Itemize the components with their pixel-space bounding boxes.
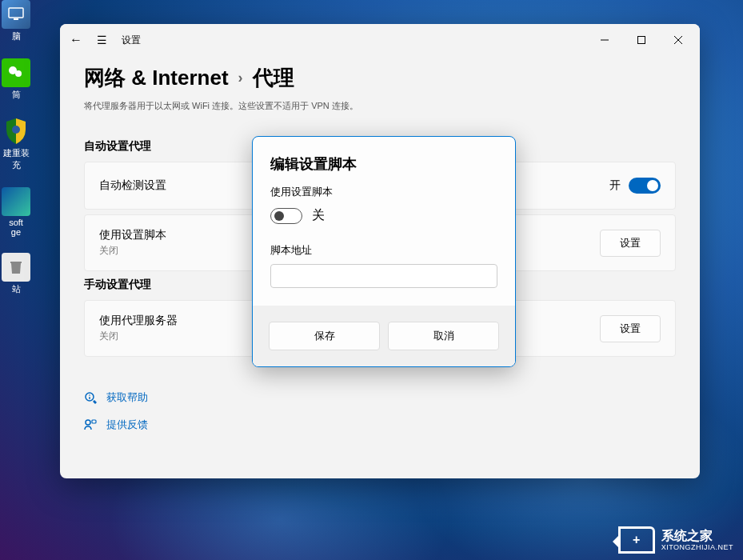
back-button[interactable]: ← (70, 33, 82, 47)
svg-point-4 (12, 126, 20, 134)
desktop-icon-label: 建重装 充 (3, 147, 30, 171)
watermark-logo-icon: + (618, 526, 655, 554)
setup-script-button[interactable]: 设置 (600, 230, 661, 257)
get-help-link[interactable]: 获取帮助 (84, 390, 676, 405)
window-title: 设置 (122, 34, 141, 47)
hamburger-menu-icon[interactable]: ☰ (97, 34, 107, 46)
svg-point-3 (15, 70, 22, 77)
minimize-button[interactable] (586, 24, 623, 56)
svg-rect-14 (92, 420, 96, 423)
desktop-icon-recyclebin[interactable]: 站 (0, 253, 32, 295)
desktop-icon-label: 筒 (12, 89, 21, 101)
script-address-input[interactable] (270, 264, 497, 288)
auto-detect-toggle[interactable] (629, 178, 661, 194)
chevron-right-icon: › (238, 70, 243, 86)
dialog-toggle-label: 使用设置脚本 (270, 185, 497, 199)
svg-rect-7 (638, 37, 645, 44)
link-label: 获取帮助 (106, 390, 148, 405)
settings-window: ← ☰ 设置 网络 & Internet › 代理 将代理服务器用于以太网或 W… (60, 24, 700, 478)
toggle-state-text: 关 (312, 207, 325, 224)
script-address-label: 脚本地址 (270, 243, 497, 258)
link-label: 提供反馈 (106, 418, 148, 432)
feedback-icon (84, 418, 97, 431)
use-script-toggle[interactable] (270, 208, 302, 224)
desktop-icon-wechat[interactable]: 筒 (0, 58, 32, 101)
page-description: 将代理服务器用于以太网或 WiFi 连接。这些设置不适用于 VPN 连接。 (60, 100, 700, 120)
toggle-state-label: 开 (609, 178, 621, 193)
desktop-icon-label: 站 (12, 283, 21, 295)
svg-rect-0 (9, 8, 23, 18)
desktop-icon-label: 脑 (12, 30, 21, 42)
feedback-link[interactable]: 提供反馈 (84, 418, 676, 432)
desktop-icon-shield[interactable]: 建重装 充 (0, 117, 32, 171)
svg-rect-1 (14, 18, 18, 20)
save-button[interactable]: 保存 (269, 322, 380, 350)
watermark-title: 系统之家 (661, 528, 733, 543)
breadcrumb: 网络 & Internet › 代理 (60, 56, 700, 100)
edit-script-dialog: 编辑设置脚本 使用设置脚本 关 脚本地址 保存 取消 (252, 136, 516, 367)
maximize-button[interactable] (623, 24, 660, 56)
svg-point-13 (86, 420, 90, 425)
desktop-icons-column: 脑 筒 建重装 充 soft ge 站 (0, 0, 32, 560)
desktop-icon-pc[interactable]: 脑 (0, 0, 32, 42)
svg-point-11 (89, 394, 90, 396)
watermark-url: XITONGZHIJIA.NET (661, 543, 733, 552)
dialog-title: 编辑设置脚本 (270, 154, 497, 174)
setup-proxy-button[interactable]: 设置 (600, 315, 661, 342)
desktop-icon-label: soft ge (9, 218, 23, 237)
desktop-icon-edge[interactable]: soft ge (0, 187, 32, 237)
svg-rect-12 (89, 397, 90, 399)
help-icon (84, 391, 97, 404)
cancel-button[interactable]: 取消 (388, 322, 499, 350)
breadcrumb-parent[interactable]: 网络 & Internet (84, 64, 229, 92)
close-button[interactable] (660, 24, 697, 56)
watermark: + 系统之家 XITONGZHIJIA.NET (618, 526, 733, 554)
titlebar: ← ☰ 设置 (60, 24, 700, 56)
breadcrumb-current: 代理 (253, 64, 294, 92)
svg-rect-5 (10, 262, 22, 263)
